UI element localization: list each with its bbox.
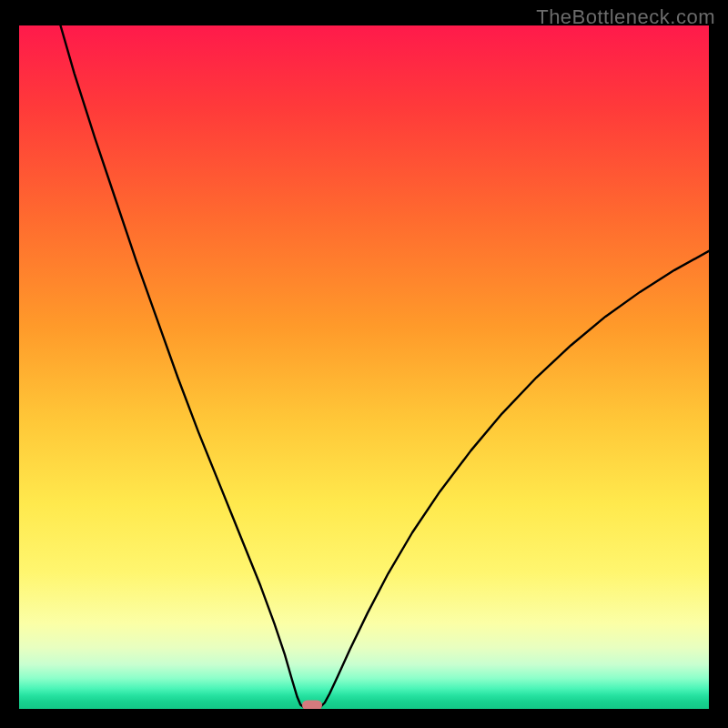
chart-frame: TheBottleneck.com	[0, 0, 728, 728]
sweet-spot-marker	[302, 701, 322, 710]
plot-area	[19, 25, 709, 709]
bottleneck-curve	[19, 25, 709, 709]
